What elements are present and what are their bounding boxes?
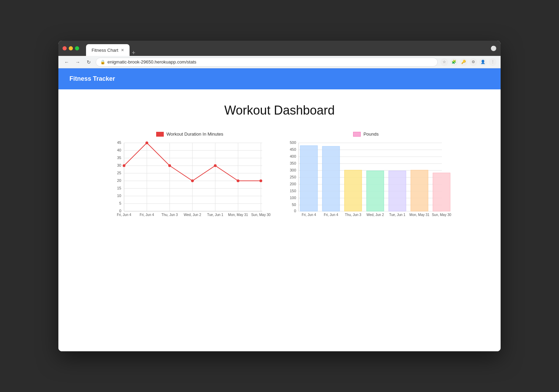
svg-text:250: 250 xyxy=(290,175,296,179)
svg-text:Mon, May 31: Mon, May 31 xyxy=(409,213,429,217)
bar-chart-svg: 500 450 400 350 300 250 200 xyxy=(283,139,449,219)
data-dot-2 xyxy=(168,164,171,167)
svg-text:Sun, May 30: Sun, May 30 xyxy=(251,213,271,217)
svg-text:Thu, Jun 3: Thu, Jun 3 xyxy=(345,213,361,217)
svg-text:Mon, May 31: Mon, May 31 xyxy=(228,213,248,217)
svg-text:Thu, Jun 3: Thu, Jun 3 xyxy=(161,213,178,217)
svg-text:150: 150 xyxy=(290,189,296,193)
charts-row: Workout Duration In Minutes 45 40 35 xyxy=(79,131,480,219)
address-bar: ← → ↻ 🔒 enigmatic-brook-29650.herokuapp.… xyxy=(58,56,501,68)
svg-text:450: 450 xyxy=(290,147,296,151)
bar-3 xyxy=(367,171,384,211)
url-text: enigmatic-brook-29650.herokuapp.com/stat… xyxy=(107,59,196,65)
svg-text:Fri, Jun 4: Fri, Jun 4 xyxy=(117,213,131,217)
bar-x-labels: Fri, Jun 4 Fri, Jun 4 Thu, Jun 3 Wed, Ju… xyxy=(302,213,451,217)
svg-text:500: 500 xyxy=(290,140,296,145)
data-dot-5 xyxy=(237,179,239,182)
svg-text:Tue, Jun 1: Tue, Jun 1 xyxy=(389,213,406,217)
svg-text:Fri, Jun 4: Fri, Jun 4 xyxy=(324,213,338,217)
bar-chart-legend: Pounds xyxy=(353,131,379,137)
svg-text:20: 20 xyxy=(117,178,121,183)
bar-4 xyxy=(389,171,406,211)
ext3-icon[interactable]: ⚙ xyxy=(470,58,477,66)
svg-text:10: 10 xyxy=(117,194,121,198)
extension-icon: ⚪ xyxy=(491,46,496,51)
svg-text:15: 15 xyxy=(117,186,121,190)
bar-legend-label: Pounds xyxy=(363,131,379,137)
x-grid-group xyxy=(124,143,261,211)
svg-text:Tue, Jun 1: Tue, Jun 1 xyxy=(207,213,224,217)
active-tab[interactable]: Fitness Chart ✕ xyxy=(86,44,130,56)
svg-text:400: 400 xyxy=(290,154,296,158)
data-dot-0 xyxy=(123,164,125,167)
svg-text:30: 30 xyxy=(117,163,121,167)
svg-text:Sun, May 30: Sun, May 30 xyxy=(432,213,452,217)
line-chart-legend: Workout Duration In Minutes xyxy=(156,131,224,137)
bars-group xyxy=(300,146,450,211)
svg-text:Wed, Jun 2: Wed, Jun 2 xyxy=(367,213,384,217)
menu-icon[interactable]: ⋮ xyxy=(489,58,496,66)
app-title: Fitness Tracker xyxy=(69,75,115,82)
maximize-button[interactable] xyxy=(75,46,79,50)
new-tab-button[interactable]: + xyxy=(132,50,135,56)
back-button[interactable]: ← xyxy=(63,58,71,66)
bookmark-icon[interactable]: ☆ xyxy=(440,58,448,66)
close-button[interactable] xyxy=(63,46,67,50)
app-header: Fitness Tracker xyxy=(58,68,501,89)
minimize-button[interactable] xyxy=(69,46,73,50)
tab-title: Fitness Chart xyxy=(92,48,118,53)
bar-0 xyxy=(300,146,318,211)
data-dot-1 xyxy=(145,141,148,144)
svg-text:35: 35 xyxy=(117,156,121,160)
title-bar: Fitness Chart ✕ + ⚪ xyxy=(58,41,501,56)
browser-extensions: ☆ 🧩 🔑 ⚙ 👤 ⋮ xyxy=(440,58,496,66)
svg-text:45: 45 xyxy=(117,140,121,145)
line-legend-label: Workout Duration In Minutes xyxy=(167,131,224,137)
bar-chart-container: Pounds 500 450 400 350 xyxy=(283,131,449,219)
lock-icon: 🔒 xyxy=(100,60,105,65)
line-chart-container: Workout Duration In Minutes 45 40 35 xyxy=(110,131,269,219)
bar-5 xyxy=(411,170,428,211)
ext1-icon[interactable]: 🧩 xyxy=(450,58,458,66)
bar-2 xyxy=(344,170,362,211)
x-labels-group: Fri, Jun 4 Fri, Jun 4 Thu, Jun 3 Wed, Ju… xyxy=(117,213,271,217)
data-dot-4 xyxy=(214,164,217,167)
svg-text:350: 350 xyxy=(290,161,296,165)
svg-text:0: 0 xyxy=(294,209,296,213)
browser-window: Fitness Chart ✕ + ⚪ ← → ↻ 🔒 enigmatic-br… xyxy=(58,41,501,351)
data-dot-3 xyxy=(191,179,194,182)
svg-text:0: 0 xyxy=(119,209,121,213)
bar-legend-color xyxy=(353,132,361,137)
tab-close-button[interactable]: ✕ xyxy=(121,48,124,52)
ext2-icon[interactable]: 🔑 xyxy=(460,58,467,66)
url-bar[interactable]: 🔒 enigmatic-brook-29650.herokuapp.com/st… xyxy=(96,58,438,67)
forward-button[interactable]: → xyxy=(74,58,82,66)
svg-text:300: 300 xyxy=(290,168,296,172)
dashboard-title: Workout Dashboard xyxy=(79,103,480,118)
svg-text:200: 200 xyxy=(290,182,296,186)
tabs-area: Fitness Chart ✕ + xyxy=(86,41,135,56)
data-dot-6 xyxy=(259,179,262,182)
svg-text:Wed, Jun 2: Wed, Jun 2 xyxy=(184,213,201,217)
line-legend-color xyxy=(156,132,164,137)
main-content: Workout Dashboard Workout Duration In Mi… xyxy=(58,89,501,351)
svg-text:40: 40 xyxy=(117,148,121,152)
bar-1 xyxy=(322,146,340,211)
svg-text:100: 100 xyxy=(290,196,296,200)
svg-text:25: 25 xyxy=(117,171,121,175)
line-chart-svg: 45 40 35 30 25 20 15 10 xyxy=(110,139,269,219)
svg-text:Fri, Jun 4: Fri, Jun 4 xyxy=(302,213,316,217)
svg-text:5: 5 xyxy=(119,201,121,205)
svg-text:Fri, Jun 4: Fri, Jun 4 xyxy=(140,213,154,217)
traffic-lights xyxy=(63,46,79,50)
svg-text:50: 50 xyxy=(292,203,296,207)
ext4-icon[interactable]: 👤 xyxy=(479,58,487,66)
reload-button[interactable]: ↻ xyxy=(85,58,93,66)
bar-6 xyxy=(433,173,450,211)
